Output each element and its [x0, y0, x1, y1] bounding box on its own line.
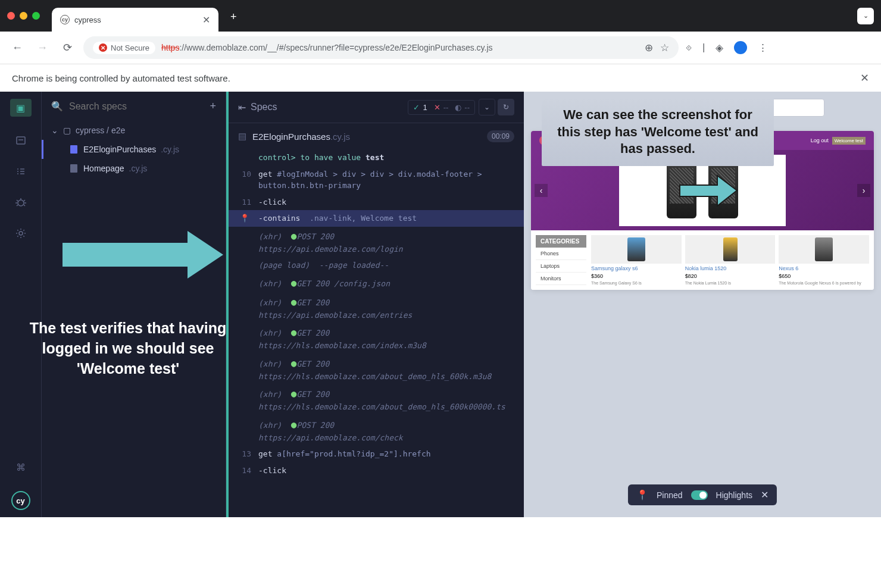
close-window-button[interactable]: [7, 12, 15, 20]
log-row[interactable]: 11-click: [229, 194, 524, 211]
cypress-nav-rail: ▣ ⌘ cy: [0, 92, 42, 517]
log-row[interactable]: (xhr) ●GET 200https://hls.demoblaze.com/…: [229, 323, 524, 354]
welcome-link[interactable]: Welcome test: [832, 137, 866, 145]
runner-controls: ⌄ ↻: [479, 99, 514, 115]
specs-nav-icon[interactable]: ▣: [10, 99, 32, 117]
log-row[interactable]: (xhr) ●POST 200https://api.demoblaze.com…: [229, 415, 524, 446]
pinned-bar: 📍 Pinned Highlights ✕: [628, 484, 777, 505]
product-grid: Samsung galaxy s6 $360 The Samsung Galax…: [591, 235, 869, 285]
tree-folder[interactable]: ⌄ ▢ cypress / e2e: [51, 121, 216, 140]
profile-button[interactable]: [734, 41, 747, 54]
file-ext: .cy.js: [161, 145, 179, 154]
keyboard-icon[interactable]: ⌘: [14, 460, 28, 474]
spec-title-row[interactable]: ▤ E2EloginPurchases.cy.js 00:09: [229, 123, 524, 149]
carousel-prev[interactable]: ‹: [535, 184, 548, 197]
tab-title: cypress: [74, 15, 202, 24]
specs-panel: 🔍 + ⌄ ▢ cypress / e2e E2EloginPurchases.…: [42, 92, 226, 517]
runs-nav-icon[interactable]: [14, 133, 28, 148]
annotation-text-left: The test verifies that having logged in …: [27, 318, 229, 379]
spec-ext: .cy.js: [330, 132, 350, 142]
carousel-next[interactable]: ›: [857, 184, 870, 197]
info-bar-text: Chrome is being controlled by automated …: [12, 73, 230, 83]
product-card[interactable]: Samsung galaxy s6 $360 The Samsung Galax…: [591, 235, 682, 285]
zoom-icon[interactable]: ⊕: [645, 42, 653, 54]
log-row[interactable]: (xhr) ●GET 200https://hls.demoblaze.com/…: [229, 384, 524, 415]
log-row[interactable]: (xhr) ●GET 200 /config.json: [229, 274, 524, 293]
log-row[interactable]: 10get #logInModal > div > div > div.moda…: [229, 166, 524, 194]
log-row[interactable]: (xhr) ●GET 200https://hls.demoblaze.com/…: [229, 354, 524, 385]
bug-nav-icon[interactable]: [14, 195, 28, 209]
specs-tree: ⌄ ▢ cypress / e2e E2EloginPurchases.cy.j…: [42, 121, 226, 178]
rerun-button[interactable]: ↻: [498, 99, 514, 115]
minimize-window-button[interactable]: [20, 12, 27, 20]
browser-tab[interactable]: cy cypress ✕: [52, 8, 218, 32]
shield-icon[interactable]: ◈: [716, 42, 723, 54]
security-indicator[interactable]: ✕ Not Secure: [93, 42, 155, 54]
pin-icon: 📍: [238, 212, 251, 224]
divider-icon: |: [702, 42, 705, 54]
annotation-arrow-small: [679, 174, 738, 209]
logout-link[interactable]: Log out: [811, 137, 829, 143]
close-pinned-button[interactable]: ✕: [761, 489, 768, 501]
tab-favicon: cy: [60, 15, 70, 24]
url-bar-actions: ⊕ ☆: [645, 42, 669, 54]
highlights-toggle[interactable]: [691, 490, 708, 500]
annotation-callout: We can see the screenshot for this step …: [542, 98, 774, 166]
cypress-logo[interactable]: cy: [11, 491, 30, 510]
document-icon: ▤: [238, 131, 246, 142]
chevron-down-button[interactable]: ⌄: [479, 99, 495, 115]
search-specs-input[interactable]: [69, 101, 204, 112]
reload-button[interactable]: ⟳: [58, 39, 76, 57]
close-tab-button[interactable]: ✕: [202, 14, 210, 26]
svg-rect-4: [70, 164, 77, 173]
spec-name: E2EloginPurchases: [252, 132, 330, 142]
spec-file[interactable]: Homepage.cy.js: [51, 159, 216, 178]
log-row[interactable]: (xhr) ●POST 200https://api.demoblaze.com…: [229, 227, 524, 258]
bookmark-icon[interactable]: ☆: [660, 42, 669, 54]
spec-duration: 00:09: [487, 130, 514, 142]
category-item[interactable]: Laptops: [536, 260, 586, 273]
forward-button[interactable]: →: [33, 39, 51, 57]
product-card[interactable]: Nexus 6 $650 The Motorola Google Nexus 6…: [779, 235, 869, 285]
log-row-pinned[interactable]: 📍-contains .nav-link, Welcome test: [229, 210, 524, 227]
toolbar-actions: ⟐ | ◈ ⋮: [686, 41, 768, 54]
products-area: CATEGORIES Phones Laptops Monitors Samsu…: [531, 230, 874, 290]
log-row[interactable]: control> to have value test: [229, 149, 524, 166]
security-label: Not Secure: [111, 43, 149, 52]
log-row[interactable]: 14-click: [229, 462, 524, 479]
log-row[interactable]: (page load) --page loaded--: [229, 257, 524, 274]
runner-breadcrumb[interactable]: ⇤ Specs: [238, 102, 277, 113]
automation-info-bar: Chrome is being controlled by automated …: [0, 64, 881, 92]
log-row[interactable]: 13get a[href="prod.html?idp_=2"].hrefch: [229, 446, 524, 462]
product-card[interactable]: Nokia lumia 1520 $820 The Nokia Lumia 15…: [685, 235, 776, 285]
not-secure-icon: ✕: [99, 43, 107, 52]
file-icon: [69, 145, 79, 154]
tab-overflow-button[interactable]: ⌄: [857, 8, 874, 24]
stat-passed: ✓1✕--◐--: [408, 100, 475, 115]
extensions-icon[interactable]: ⟐: [686, 42, 692, 54]
command-log[interactable]: control> to have value test 10get #logIn…: [229, 149, 524, 517]
pin-icon: 📍: [636, 489, 648, 501]
new-tab-button[interactable]: +: [230, 11, 237, 23]
pinned-label: Pinned: [657, 490, 683, 500]
categories-header: CATEGORIES: [536, 235, 586, 248]
folder-path: cypress / e2e: [76, 126, 125, 135]
debug-nav-icon[interactable]: [14, 164, 28, 179]
back-button[interactable]: ←: [8, 39, 26, 57]
log-row[interactable]: (xhr) ●GET 200https://api.demoblaze.com/…: [229, 293, 524, 324]
menu-icon[interactable]: ⋮: [758, 42, 768, 54]
svg-rect-0: [17, 137, 25, 144]
category-item[interactable]: Phones: [536, 248, 586, 260]
maximize-window-button[interactable]: [32, 12, 40, 20]
url-bar[interactable]: ✕ Not Secure https://www.demoblaze.com/_…: [83, 36, 679, 59]
spec-file-active[interactable]: E2EloginPurchases.cy.js: [42, 140, 216, 159]
search-icon: 🔍: [51, 101, 63, 112]
category-item[interactable]: Monitors: [536, 273, 586, 285]
info-bar-close[interactable]: ✕: [860, 71, 869, 85]
categories-list: CATEGORIES Phones Laptops Monitors: [536, 235, 586, 285]
svg-point-1: [18, 200, 24, 206]
add-spec-button[interactable]: +: [210, 100, 216, 112]
settings-nav-icon[interactable]: [14, 226, 28, 240]
file-ext: .cy.js: [129, 164, 148, 173]
highlights-label: Highlights: [716, 490, 752, 500]
